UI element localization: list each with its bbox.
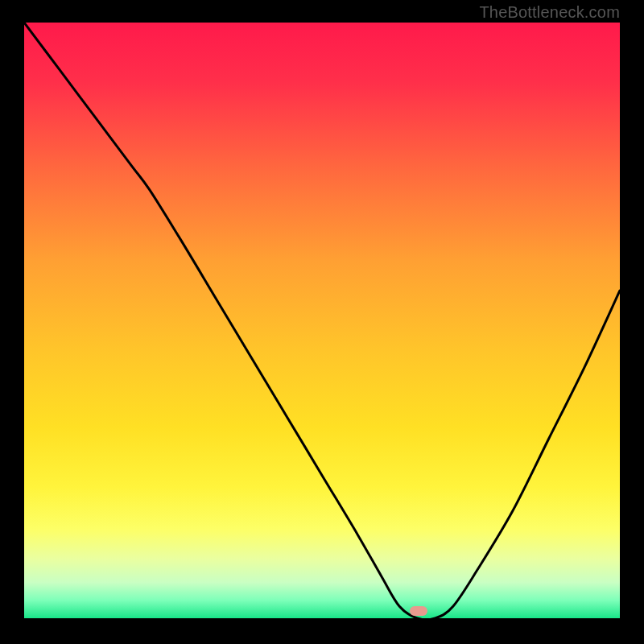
- chart-frame: TheBottleneck.com: [0, 0, 644, 644]
- bottleneck-curve: [24, 23, 620, 618]
- attribution-label: TheBottleneck.com: [479, 3, 620, 22]
- optimum-marker: [410, 606, 427, 616]
- plot-area: [24, 23, 620, 618]
